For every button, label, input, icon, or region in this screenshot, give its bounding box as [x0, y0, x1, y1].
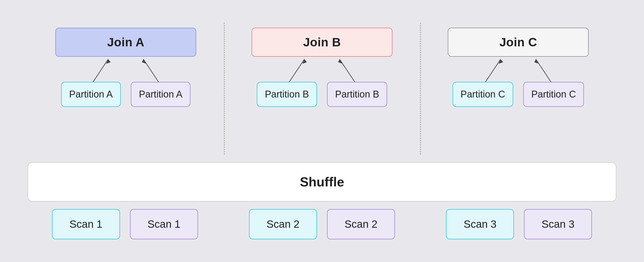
partition-a-cyan: Partition A	[61, 82, 121, 107]
arrows-a	[55, 57, 196, 82]
join-b-label: Join B	[303, 36, 341, 49]
join-a-label: Join A	[107, 36, 144, 49]
svg-line-8	[486, 59, 501, 82]
join-group-c: Join C Partition C Partition C	[420, 23, 616, 107]
scan-3-cyan: Scan 3	[446, 209, 514, 239]
scan-1-cyan: Scan 1	[52, 209, 120, 239]
scan-section: Scan 1 Scan 1 Scan 2 Scan 2 Scan 3 Scan …	[28, 209, 616, 239]
svg-line-0	[93, 59, 108, 82]
join-box-a: Join A	[55, 28, 196, 57]
svg-line-4	[289, 59, 304, 82]
top-section: Join A Partition A Partition A	[28, 23, 616, 155]
partition-b-purple: Partition B	[327, 82, 387, 107]
join-c-label: Join C	[499, 36, 537, 49]
scan-3-purple: Scan 3	[524, 209, 592, 239]
divider-right	[420, 23, 421, 155]
partition-row-b: Partition B Partition B	[239, 82, 405, 107]
join-box-c: Join C	[448, 28, 589, 57]
partition-b-cyan: Partition B	[257, 82, 317, 107]
partition-row-c: Partition C Partition C	[435, 82, 601, 107]
scan-pair-2: Scan 2 Scan 2	[227, 209, 417, 239]
arrow-svg-c	[448, 57, 589, 82]
diagram: Join A Partition A Partition A	[13, 13, 631, 249]
shuffle-label: Shuffle	[300, 175, 344, 189]
join-group-b: Join B Partition B Partition B	[224, 23, 420, 107]
scan-pair-1: Scan 1 Scan 1	[30, 209, 220, 239]
scan-1-purple: Scan 1	[130, 209, 198, 239]
join-group-a: Join A Partition A Partition A	[28, 23, 224, 107]
scan-2-purple: Scan 2	[327, 209, 395, 239]
shuffle-section: Shuffle	[28, 162, 616, 202]
arrows-c	[448, 57, 589, 82]
partition-row-a: Partition A Partition A	[43, 82, 209, 107]
arrows-b	[252, 57, 392, 82]
partition-a-purple: Partition A	[131, 82, 190, 107]
divider-left	[224, 23, 225, 155]
join-box-b: Join B	[252, 28, 392, 57]
arrow-svg-b	[252, 57, 392, 82]
partition-c-purple: Partition C	[523, 82, 584, 107]
arrow-svg-a	[55, 57, 196, 82]
scan-2-cyan: Scan 2	[249, 209, 317, 239]
partition-c-cyan: Partition C	[453, 82, 513, 107]
shuffle-box: Shuffle	[28, 162, 616, 202]
scan-pair-3: Scan 3 Scan 3	[424, 209, 614, 239]
